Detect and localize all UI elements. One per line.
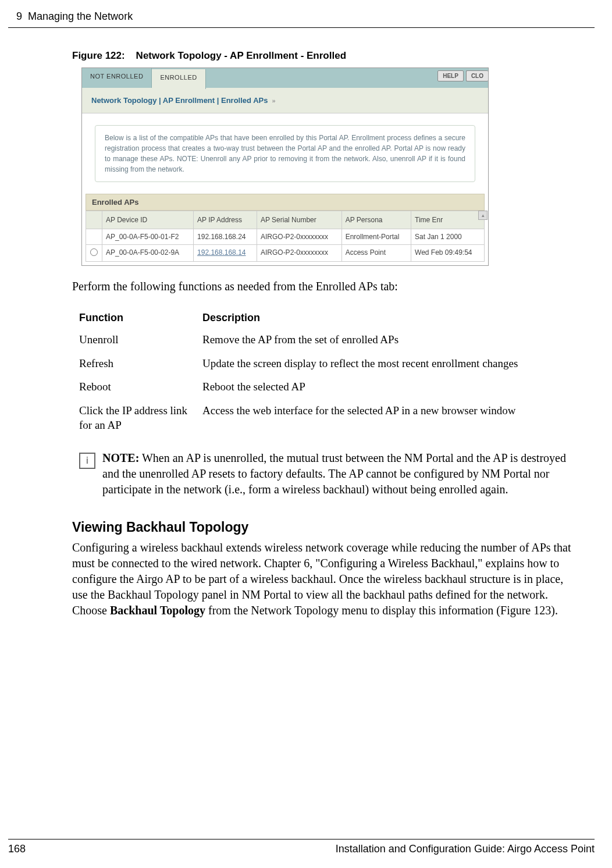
section-heading: Viewing Backhaul Topology: [72, 520, 612, 535]
cell-persona: Enrollment-Portal: [341, 229, 411, 245]
page-header: 9 Managing the Network: [8, 0, 595, 28]
section-body: Configuring a wireless backhaul extends …: [72, 540, 577, 618]
cell-device-id: AP_00-0A-F5-00-01-F2: [102, 229, 194, 245]
func-name: Unenroll: [79, 329, 201, 351]
ip-link[interactable]: 192.168.168.14: [197, 248, 245, 257]
func-header-function: Function: [79, 308, 201, 328]
col-select: [86, 211, 102, 229]
col-ip: AP IP Address: [194, 211, 257, 229]
breadcrumb: Network Topology | AP Enrollment | Enrol…: [82, 88, 488, 113]
func-desc: Access the web interface for the selecte…: [202, 400, 560, 436]
tab-not-enrolled[interactable]: NOT ENROLLED: [82, 68, 152, 88]
table-header-row: AP Device ID AP IP Address AP Serial Num…: [86, 211, 485, 229]
doc-title: Installation and Configuration Guide: Ai…: [336, 843, 595, 855]
col-persona: AP Persona: [341, 211, 411, 229]
cell-ip: 192.168.168.24: [194, 229, 257, 245]
functions-header-row: Function Description: [79, 308, 560, 328]
enrolled-aps-table: AP Device ID AP IP Address AP Serial Num…: [86, 211, 485, 262]
functions-row: Click the IP address link for an AP Acce…: [79, 400, 560, 436]
cell-ip: 192.168.168.14: [194, 245, 257, 262]
radio-cell: [86, 229, 102, 245]
note-block: i NOTE: When an AP is unenrolled, the mu…: [79, 450, 577, 497]
intro-text: Perform the following functions as neede…: [72, 279, 577, 294]
page-number: 168: [8, 843, 26, 855]
func-desc: Remove the AP from the set of enrolled A…: [202, 329, 560, 351]
table-row: AP_00-0A-F5-00-02-9A 192.168.168.14 AIRG…: [86, 245, 485, 262]
help-button[interactable]: HELP: [437, 70, 464, 81]
func-name: Reboot: [79, 376, 201, 399]
func-desc: Reboot the selected AP: [202, 376, 560, 399]
col-serial: AP Serial Number: [257, 211, 341, 229]
functions-table: Function Description Unenroll Remove the…: [78, 307, 561, 437]
functions-row: Unenroll Remove the AP from the set of e…: [79, 329, 560, 351]
note-text: NOTE: When an AP is unenrolled, the mutu…: [102, 450, 577, 497]
select-radio[interactable]: [90, 248, 98, 256]
cell-serial: AIRGO-P2-0xxxxxxxx: [257, 245, 341, 262]
table-row: AP_00-0A-F5-00-01-F2 192.168.168.24 AIRG…: [86, 229, 485, 245]
tab-enrolled[interactable]: ENROLLED: [152, 69, 205, 89]
screenshot-panel: NOT ENROLLED ENROLLED HELP CLO Network T…: [81, 67, 489, 266]
functions-row: Refresh Update the screen display to ref…: [79, 353, 560, 375]
cell-persona: Access Point: [341, 245, 411, 262]
description-area: Below is a list of the compatible APs th…: [82, 113, 488, 187]
top-buttons: HELP CLO: [437, 70, 488, 81]
cell-serial: AIRGO-P2-0xxxxxxxx: [257, 229, 341, 245]
col-time: Time Enr: [411, 211, 485, 229]
cell-time: Wed Feb 09:49:54: [411, 245, 485, 262]
func-header-description: Description: [202, 308, 560, 328]
cell-device-id: AP_00-0A-F5-00-02-9A: [102, 245, 194, 262]
col-device-id: AP Device ID: [102, 211, 194, 229]
chapter-label: 9 Managing the Network: [16, 10, 133, 23]
func-desc: Update the screen display to reflect the…: [202, 353, 560, 375]
figure-caption: Figure 122: Network Topology - AP Enroll…: [72, 50, 612, 62]
enrolled-aps-title: Enrolled APs: [86, 194, 485, 211]
tab-bar: NOT ENROLLED ENROLLED HELP CLO: [82, 68, 488, 88]
scroll-up-icon[interactable]: ▴: [478, 211, 488, 220]
radio-cell[interactable]: [86, 245, 102, 262]
func-name: Refresh: [79, 353, 201, 375]
description-box: Below is a list of the compatible APs th…: [95, 125, 475, 182]
functions-row: Reboot Reboot the selected AP: [79, 376, 560, 399]
func-name: Click the IP address link for an AP: [79, 400, 201, 436]
close-button[interactable]: CLO: [466, 70, 488, 81]
table-wrap: AP Device ID AP IP Address AP Serial Num…: [82, 211, 488, 265]
page-footer: 168 Installation and Configuration Guide…: [8, 839, 595, 855]
info-icon: i: [79, 453, 95, 469]
cell-time: Sat Jan 1 2000: [411, 229, 485, 245]
breadcrumb-arrow-icon: »: [270, 97, 275, 104]
